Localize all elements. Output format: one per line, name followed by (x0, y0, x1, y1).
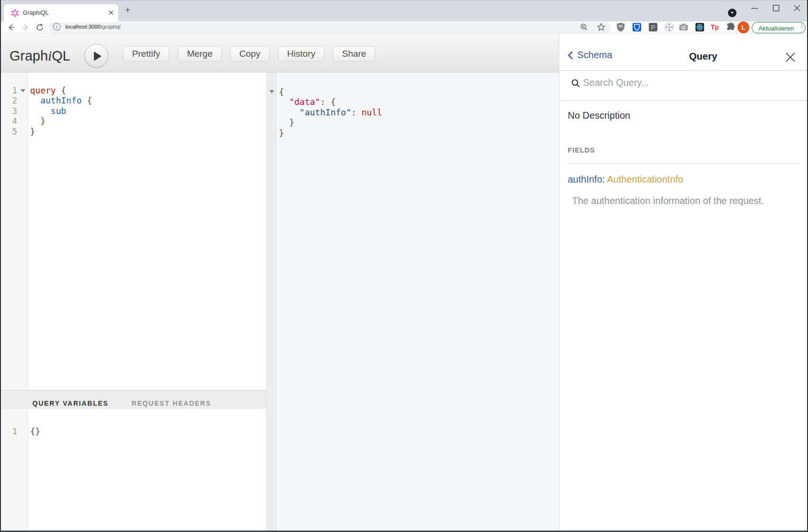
execute-button[interactable] (84, 44, 108, 68)
doc-explorer-header: Schema Query (559, 33, 808, 71)
reload-icon[interactable] (35, 23, 44, 32)
zoom-icon[interactable] (580, 23, 588, 31)
back-icon[interactable] (7, 23, 16, 32)
extensions-puzzle-icon[interactable] (726, 22, 736, 32)
prettify-button[interactable]: Prettify (123, 46, 169, 61)
variables-tab-bar: QUERY VARIABLES REQUEST HEADERS (1, 390, 266, 409)
query-editor[interactable]: query { authInfo { sub }} (30, 85, 92, 136)
tab-request-headers[interactable]: REQUEST HEADERS (132, 399, 211, 407)
field-type-link[interactable]: AuthenticationInfo (607, 174, 683, 184)
doc-field-row: authInfo: AuthenticationInfo (568, 174, 683, 185)
chrome-update-icon[interactable] (728, 9, 736, 17)
field-name-link[interactable]: authInfo (568, 174, 602, 184)
close-icon[interactable] (793, 4, 801, 12)
pane-resize-handle[interactable] (266, 72, 276, 531)
doc-back-link[interactable]: Schema (568, 50, 612, 61)
merge-button[interactable]: Merge (178, 46, 222, 61)
react-devtools-icon[interactable] (695, 22, 705, 32)
move-ext-icon[interactable] (664, 22, 675, 32)
chevron-left-icon (568, 51, 573, 60)
browser-tab[interactable]: GraphiQL ✕ (4, 4, 118, 22)
doc-explorer-panel: Schema Query Search Query... No Descript… (559, 33, 808, 531)
bookmark-star-icon[interactable] (597, 23, 605, 31)
browser-tab-strip: GraphiQL ✕ + (0, 0, 808, 21)
query-line-numbers: 12345 (1, 85, 17, 136)
url-text[interactable]: localhost:3000/graphql (65, 24, 121, 30)
graphiql-toolbar: GraphiQL Prettify Merge Copy History Sha… (0, 33, 559, 72)
minimize-icon[interactable] (750, 4, 759, 12)
profile-avatar[interactable]: L (737, 21, 749, 33)
photo-ext-icon[interactable]: P (648, 22, 658, 32)
divider (568, 164, 800, 164)
camera-ext-icon[interactable] (678, 22, 689, 32)
doc-panel-title: Query (689, 51, 717, 62)
chrome-update-button[interactable]: Aktualisieren ⋮ (752, 22, 806, 33)
forward-icon[interactable] (21, 23, 30, 32)
ublock-icon[interactable] (615, 22, 626, 32)
search-icon (571, 79, 580, 88)
field-description: The authentication information of the re… (572, 195, 764, 206)
svg-text:P: P (651, 24, 655, 31)
result-pane (276, 72, 559, 531)
browser-address-bar: i localhost:3000/graphql P Tp L Aktualis… (0, 21, 808, 33)
search-placeholder: Search Query... (583, 77, 649, 88)
doc-fields-label: FIELDS (568, 146, 595, 154)
variables-line-numbers: 1 (1, 426, 17, 436)
page-info-icon[interactable]: i (53, 23, 61, 31)
variables-editor[interactable]: {} (30, 426, 41, 436)
doc-no-description: No Description (568, 110, 630, 121)
bitwarden-icon[interactable] (632, 22, 642, 32)
menu-dots-icon: ⋮ (799, 25, 805, 27)
result-viewer: { "data": { "authInfo": null }} (279, 87, 382, 138)
window-border-left (0, 0, 1, 532)
history-button[interactable]: History (278, 46, 324, 61)
tab-title: GraphiQL (23, 10, 49, 16)
new-tab-icon[interactable]: + (123, 5, 133, 15)
tab-close-icon[interactable]: ✕ (107, 9, 115, 17)
graphql-favicon (11, 9, 19, 17)
result-fold-arrow-icon[interactable] (269, 90, 274, 93)
doc-search-box[interactable]: Search Query... (559, 71, 808, 101)
fold-arrow-icon[interactable] (20, 89, 25, 92)
tampermonkey-icon[interactable]: Tp (711, 22, 721, 32)
doc-close-icon[interactable] (785, 51, 796, 63)
play-icon (94, 51, 102, 61)
url-bar[interactable] (49, 22, 611, 33)
maximize-icon[interactable] (772, 4, 780, 12)
graphiql-logo: GraphiQL (10, 48, 70, 64)
share-button[interactable]: Share (333, 46, 375, 61)
tab-query-variables[interactable]: QUERY VARIABLES (32, 399, 109, 407)
copy-button[interactable]: Copy (230, 46, 269, 61)
update-button-label: Aktualisieren (758, 25, 794, 32)
